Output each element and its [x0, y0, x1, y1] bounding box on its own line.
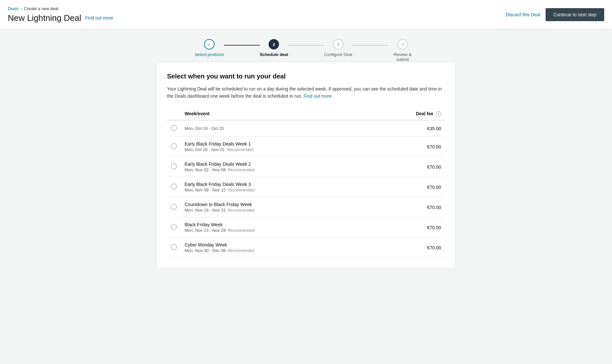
fee-info-icon[interactable]: i — [436, 111, 441, 117]
step-label-3: Configure Deal — [324, 52, 352, 57]
recommended-badge-1: Recommended — [227, 147, 253, 152]
fee-cell-6: €70.00 — [366, 238, 445, 258]
col-week-header: Week/event — [181, 108, 366, 120]
checkmark-icon: ✓ — [207, 42, 211, 47]
main-content: ✓ Select products 2 Schedule deal 3 Conf… — [150, 29, 462, 278]
header-right: Discard this Deal Continue to next step — [506, 8, 604, 21]
table-row: Countdown to Black Friday WeekMon, Nov 1… — [167, 197, 445, 217]
fee-cell-3: €70.00 — [366, 177, 445, 197]
connector-2-3 — [288, 45, 324, 46]
recommended-badge-5: Recommended — [228, 228, 254, 233]
week-name-1: Early Black Friday Deals Week 1 — [185, 141, 362, 147]
recommended-badge-3: Recommended — [228, 188, 254, 192]
breadcrumb-deals-link[interactable]: Deals — [8, 6, 19, 11]
step-item-3: 3 Configure Deal — [324, 39, 352, 57]
fee-cell-4: €70.00 — [366, 197, 445, 217]
step-circle-3: 3 — [333, 39, 343, 49]
breadcrumb-sep: › — [21, 6, 22, 11]
week-cell-0: Mon, Oct 19 - Oct 25 — [181, 120, 366, 137]
fee-cell-5: €70.00 — [366, 217, 445, 238]
week-name-5: Black Friday Week — [185, 222, 362, 227]
fee-cell-1: €70.00 — [366, 137, 445, 157]
header-find-out-more-link[interactable]: Find out more — [85, 15, 113, 21]
fee-cell-0: €35.00 — [366, 120, 445, 137]
table-row: Early Black Friday Deals Week 2Mon, Nov … — [167, 157, 445, 177]
step-circle-1: ✓ — [204, 39, 215, 49]
col-fee-header: Deal fee i — [366, 108, 445, 120]
step-item-4: 4 Review & submit — [388, 39, 417, 62]
week-cell-3: Early Black Friday Deals Week 3Mon, Nov … — [181, 177, 366, 197]
discard-deal-link[interactable]: Discard this Deal — [506, 12, 540, 17]
week-name-3: Early Black Friday Deals Week 3 — [185, 182, 362, 187]
table-row: Black Friday WeekMon, Nov 23 - Nov 29Rec… — [167, 217, 445, 238]
header-left: Deals › Create a new deal New Lightning … — [8, 6, 113, 23]
schedule-card: Select when you want to run your deal Yo… — [156, 62, 456, 269]
week-name-4: Countdown to Black Friday Week — [185, 202, 362, 207]
week-date-5: Mon, Nov 23 - Nov 29Recommended — [185, 228, 362, 233]
continue-button[interactable]: Continue to next step — [546, 8, 604, 21]
card-description: Your Lightning Deal will be scheduled to… — [167, 85, 445, 100]
recommended-badge-6: Recommended — [228, 248, 254, 253]
connector-1-2 — [224, 45, 260, 46]
radio-cell-4[interactable] — [167, 197, 181, 217]
table-row: Cyber Monday WeekMon, Nov 30 - Dec 06Rec… — [167, 238, 445, 258]
deals-table: Week/event Deal fee i Mon, Oct 19 - Oct … — [167, 108, 445, 258]
table-row: Mon, Oct 19 - Oct 25€35.00 — [167, 120, 445, 137]
page-title-row: New Lightning Deal Find out more — [8, 13, 113, 23]
deal-week-radio-6[interactable] — [171, 244, 177, 250]
week-date-3: Mon, Nov 09 - Nov 15Recommended — [185, 188, 362, 192]
deal-week-radio-0[interactable] — [171, 125, 177, 131]
table-header-row: Week/event Deal fee i — [167, 108, 445, 120]
step-circle-4: 4 — [397, 39, 408, 49]
week-cell-6: Cyber Monday WeekMon, Nov 30 - Dec 06Rec… — [181, 238, 366, 258]
week-date-1: Mon, Oct 26 - Nov 01Recommended — [185, 147, 362, 152]
step-item-2: 2 Schedule deal — [260, 39, 288, 57]
table-row: Early Black Friday Deals Week 3Mon, Nov … — [167, 177, 445, 197]
recommended-badge-4: Recommended — [228, 208, 254, 213]
breadcrumb-current: Create a new deal — [24, 6, 59, 11]
step-item-1: ✓ Select products — [195, 39, 224, 57]
step-label-4: Review & submit — [388, 52, 417, 62]
radio-cell-3[interactable] — [167, 177, 181, 197]
col-fee-label: Deal fee — [416, 111, 433, 116]
recommended-badge-2: Recommended — [228, 168, 254, 172]
col-radio — [167, 108, 181, 120]
radio-cell-0[interactable] — [167, 120, 181, 137]
week-cell-4: Countdown to Black Friday WeekMon, Nov 1… — [181, 197, 366, 217]
step-label-1[interactable]: Select products — [195, 52, 224, 57]
card-title: Select when you want to run your deal — [167, 73, 445, 80]
week-date-6: Mon, Nov 30 - Dec 06Recommended — [185, 248, 362, 253]
deal-week-radio-4[interactable] — [171, 204, 177, 210]
deal-week-radio-3[interactable] — [171, 184, 177, 189]
step-label-2: Schedule deal — [260, 52, 288, 57]
connector-3-4 — [352, 45, 388, 46]
week-name-6: Cyber Monday Week — [185, 242, 362, 247]
week-date-2: Mon, Nov 02 - Nov 08Recommended — [185, 167, 362, 172]
table-row: Early Black Friday Deals Week 1Mon, Oct … — [167, 137, 445, 157]
step-progress: ✓ Select products 2 Schedule deal 3 Conf… — [156, 39, 456, 62]
breadcrumb: Deals › Create a new deal — [8, 6, 113, 11]
radio-cell-6[interactable] — [167, 238, 181, 258]
radio-cell-2[interactable] — [167, 157, 181, 177]
week-name-2: Early Black Friday Deals Week 2 — [185, 161, 362, 167]
week-date-4: Mon, Nov 16 - Nov 22Recommended — [185, 208, 362, 213]
week-cell-5: Black Friday WeekMon, Nov 23 - Nov 29Rec… — [181, 217, 366, 238]
deal-week-radio-1[interactable] — [171, 143, 177, 149]
radio-cell-1[interactable] — [167, 137, 181, 157]
page-title: New Lightning Deal — [8, 13, 81, 23]
week-cell-2: Early Black Friday Deals Week 2Mon, Nov … — [181, 157, 366, 177]
deal-week-radio-2[interactable] — [171, 163, 177, 169]
top-header: Deals › Create a new deal New Lightning … — [0, 0, 612, 29]
radio-cell-5[interactable] — [167, 217, 181, 238]
card-find-out-more-link[interactable]: Find out more — [304, 93, 332, 99]
week-date-0: Mon, Oct 19 - Oct 25 — [185, 126, 362, 131]
week-cell-1: Early Black Friday Deals Week 1Mon, Oct … — [181, 137, 366, 157]
deal-week-radio-5[interactable] — [171, 224, 177, 230]
step-circle-2: 2 — [269, 39, 279, 49]
fee-cell-2: €70.00 — [366, 157, 445, 177]
